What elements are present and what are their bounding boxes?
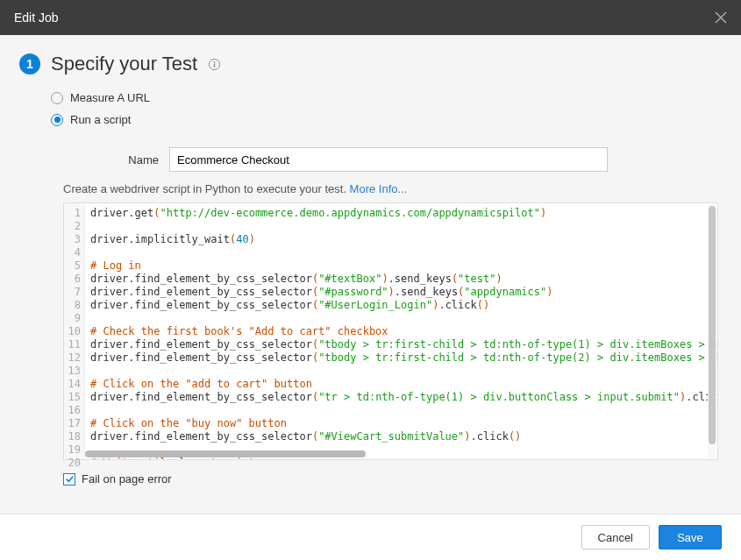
- check-icon: [65, 474, 75, 484]
- info-icon[interactable]: [208, 58, 221, 71]
- radio-measure-url[interactable]: Measure A URL: [51, 91, 722, 104]
- cancel-button[interactable]: Cancel: [581, 525, 650, 549]
- modal-body: 1 Specify your Test Measure A URL Run a …: [0, 35, 741, 514]
- editor-vscrollbar[interactable]: [708, 204, 716, 458]
- radio-label: Measure A URL: [70, 91, 150, 104]
- close-icon: [715, 11, 727, 24]
- radio-label: Run a script: [70, 113, 131, 126]
- fail-on-error-checkbox[interactable]: [63, 473, 75, 486]
- name-label: Name: [51, 153, 169, 167]
- help-text-row: Create a webdriver script in Python to e…: [63, 182, 722, 195]
- radio-icon: [51, 114, 63, 126]
- script-editor[interactable]: 1234567891011121314151617181920 driver.g…: [63, 202, 718, 460]
- name-form-row: Name: [51, 147, 722, 172]
- editor-gutter: 1234567891011121314151617181920: [64, 203, 85, 459]
- editor-hscrollbar[interactable]: [85, 450, 707, 458]
- radio-icon: [51, 92, 63, 104]
- modal-title: Edit Job: [14, 11, 59, 25]
- svg-rect-2: [214, 63, 215, 67]
- close-button[interactable]: [715, 11, 727, 24]
- edit-job-modal: Edit Job 1 Specify your Test Measure A U…: [0, 0, 741, 560]
- svg-point-1: [214, 60, 216, 62]
- test-type-radio-group: Measure A URL Run a script: [51, 91, 722, 135]
- help-text: Create a webdriver script in Python to e…: [63, 182, 350, 195]
- name-input[interactable]: [169, 147, 608, 172]
- section-title: Specify your Test: [51, 53, 197, 75]
- save-button[interactable]: Save: [659, 525, 722, 549]
- radio-run-script[interactable]: Run a script: [51, 113, 722, 126]
- fail-on-error-label: Fail on page error: [82, 472, 172, 486]
- modal-footer: Cancel Save: [0, 514, 741, 560]
- editor-vscroll-thumb[interactable]: [709, 206, 716, 444]
- more-info-link[interactable]: More Info...: [350, 182, 408, 195]
- section-header: 1 Specify your Test: [19, 53, 722, 75]
- editor-hscroll-thumb[interactable]: [85, 450, 366, 457]
- step-badge: 1: [19, 53, 40, 74]
- fail-on-error-row: Fail on page error: [63, 472, 722, 486]
- editor-content[interactable]: driver.get("http://dev-ecommerce.demo.ap…: [85, 203, 717, 459]
- modal-header: Edit Job: [0, 0, 741, 35]
